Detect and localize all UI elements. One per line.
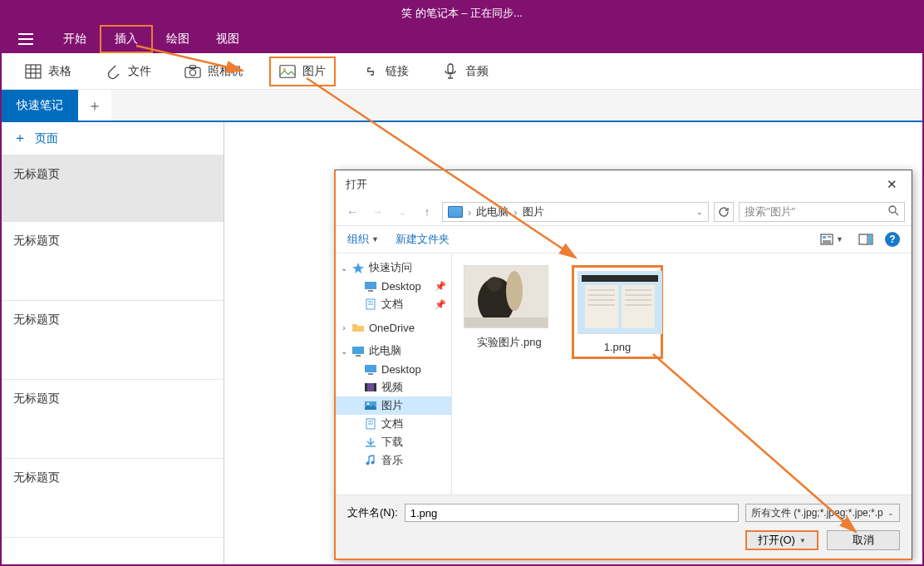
audio-icon xyxy=(442,63,459,80)
menu-draw[interactable]: 绘图 xyxy=(153,25,203,53)
pc-icon xyxy=(351,345,365,357)
breadcrumb[interactable]: › 此电脑 › 图片 ⌄ xyxy=(442,202,709,222)
refresh-button[interactable] xyxy=(714,202,734,222)
ribbon-link[interactable]: 链接 xyxy=(356,60,415,83)
tree-label: 文档 xyxy=(381,416,403,431)
view-mode-button[interactable]: ▼ xyxy=(817,232,847,247)
file-thumbnail xyxy=(464,265,548,328)
ribbon-picture[interactable]: 图片 xyxy=(269,57,336,86)
ribbon-audio[interactable]: 音频 xyxy=(435,60,495,83)
tree-videos[interactable]: 视频 xyxy=(336,378,451,396)
filetype-select[interactable]: 所有文件 (*.jpg;*.jpeg;*.jpe;*.p ⌄ xyxy=(745,504,900,522)
tree-label: 音乐 xyxy=(381,453,403,468)
open-button[interactable]: 打开(O)▼ xyxy=(745,530,818,550)
search-input[interactable]: 搜索"图片" xyxy=(739,202,905,222)
tree-onedrive[interactable]: ›OneDrive xyxy=(336,318,451,337)
new-folder-button[interactable]: 新建文件夹 xyxy=(396,232,450,247)
tree-quick-access[interactable]: ⌄快速访问 xyxy=(336,258,451,277)
menu-label: 开始 xyxy=(63,32,86,47)
nav-up-icon[interactable]: ↑ xyxy=(417,202,437,222)
search-placeholder: 搜索"图片" xyxy=(745,204,795,219)
nav-recent-icon[interactable]: ⌄ xyxy=(392,202,412,222)
tree-this-pc[interactable]: ⌄此电脑 xyxy=(336,342,451,360)
menu-start[interactable]: 开始 xyxy=(50,25,100,53)
page-item[interactable]: 无标题页 xyxy=(2,222,224,301)
file-name: 1.png xyxy=(578,341,657,353)
picture-icon xyxy=(279,63,296,80)
cancel-button[interactable]: 取消 xyxy=(827,530,900,550)
breadcrumb-root[interactable]: 此电脑 xyxy=(476,204,509,219)
filename-label: 文件名(N): xyxy=(347,505,398,520)
page-title: 无标题页 xyxy=(13,313,60,326)
toolbar-label: 新建文件夹 xyxy=(396,232,450,247)
menu-label: 绘图 xyxy=(166,32,189,47)
organize-button[interactable]: 组织▼ xyxy=(347,232,379,247)
file-item-selected[interactable]: 1.png xyxy=(572,265,663,359)
tree-downloads[interactable]: 下载 xyxy=(336,433,451,451)
page-item[interactable]: 无标题页 xyxy=(2,301,224,380)
section-bar: 快速笔记 ＋ xyxy=(2,90,922,122)
tree-music[interactable]: 音乐 xyxy=(336,451,451,470)
svg-rect-52 xyxy=(622,285,655,328)
dialog-footer: 文件名(N): 所有文件 (*.jpg;*.jpeg;*.jpe;*.p ⌄ 打… xyxy=(336,495,912,559)
tree-desktop-pc[interactable]: Desktop xyxy=(336,360,451,378)
svg-point-42 xyxy=(366,462,370,465)
doc-icon xyxy=(364,298,377,310)
expand-icon[interactable]: › xyxy=(341,323,347,332)
add-page-button[interactable]: ＋ 页面 xyxy=(2,122,224,155)
page-item[interactable]: 无标题页 xyxy=(2,380,224,459)
download-icon xyxy=(364,436,377,448)
pc-icon xyxy=(448,206,463,218)
link-icon xyxy=(362,63,379,80)
tree-label: 此电脑 xyxy=(369,343,401,358)
nav-forward-icon: → xyxy=(367,202,387,222)
breadcrumb-dropdown-icon[interactable]: ⌄ xyxy=(696,208,703,216)
tree-documents[interactable]: 文档📌 xyxy=(336,295,451,313)
ribbon-file[interactable]: 文件 xyxy=(98,60,158,83)
folder-tree: ⌄快速访问 Desktop📌 文档📌 ›OneDrive ⌄此电脑 Deskto… xyxy=(336,253,452,495)
preview-pane-button[interactable] xyxy=(858,234,873,245)
expand-icon[interactable]: ⌄ xyxy=(341,347,347,356)
camera-icon xyxy=(184,63,201,80)
ribbon-label: 音频 xyxy=(465,64,489,79)
ribbon-label: 表格 xyxy=(48,64,71,79)
tree-desktop[interactable]: Desktop📌 xyxy=(336,277,451,295)
svg-point-43 xyxy=(371,461,375,465)
dialog-titlebar: 打开 ✕ xyxy=(336,170,912,199)
dialog-body: ⌄快速访问 Desktop📌 文档📌 ›OneDrive ⌄此电脑 Deskto… xyxy=(336,253,912,495)
open-file-dialog: 打开 ✕ ← → ⌄ ↑ › 此电脑 › 图片 ⌄ 搜索"图片" 组织▼ 新建文… xyxy=(334,170,912,560)
tree-documents-pc[interactable]: 文档 xyxy=(336,415,451,433)
menu-view[interactable]: 视图 xyxy=(203,25,253,53)
close-button[interactable]: ✕ xyxy=(882,175,902,194)
file-item[interactable]: 实验图片.png xyxy=(464,265,555,350)
svg-marker-24 xyxy=(352,263,364,273)
menu-insert[interactable]: 插入 xyxy=(100,25,153,53)
nav-back-icon[interactable]: ← xyxy=(342,202,362,222)
ribbon-label: 照相机 xyxy=(208,64,243,79)
page-item[interactable]: 无标题页 xyxy=(2,155,224,222)
svg-rect-33 xyxy=(368,373,373,375)
star-icon xyxy=(351,262,365,273)
ribbon-label: 文件 xyxy=(128,64,151,79)
dialog-toolbar: 组织▼ 新建文件夹 ▼ ? xyxy=(336,225,912,253)
breadcrumb-sep: › xyxy=(468,206,471,219)
breadcrumb-current[interactable]: 图片 xyxy=(523,204,544,219)
tree-pictures[interactable]: 图片 xyxy=(336,396,451,415)
ribbon-label: 图片 xyxy=(302,64,326,79)
music-icon xyxy=(364,455,377,466)
menu-bar: 开始 插入 绘图 视图 xyxy=(2,25,922,53)
ribbon-camera[interactable]: 照相机 xyxy=(178,60,249,83)
add-section-button[interactable]: ＋ xyxy=(78,90,111,121)
file-pane: 实验图片.png 1.png xyxy=(452,253,912,495)
ribbon-table[interactable]: 表格 xyxy=(18,60,78,83)
hamburger-menu-icon[interactable] xyxy=(2,25,50,53)
help-button[interactable]: ? xyxy=(885,232,900,247)
svg-rect-32 xyxy=(365,365,376,372)
section-tab-quick-notes[interactable]: 快速笔记 xyxy=(2,90,78,121)
svg-rect-51 xyxy=(585,285,618,328)
expand-icon[interactable]: ⌄ xyxy=(341,263,347,273)
filename-input[interactable] xyxy=(405,504,739,522)
chevron-down-icon: ▼ xyxy=(836,235,843,244)
page-title: 无标题页 xyxy=(13,234,60,247)
page-item[interactable]: 无标题页 xyxy=(2,459,224,538)
